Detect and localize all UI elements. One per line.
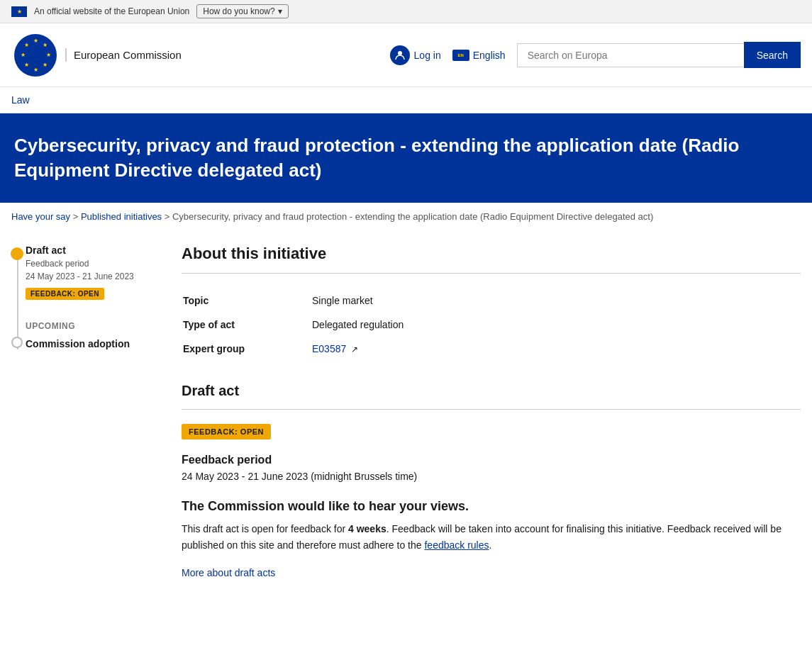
article: About this initiative Topic Single marke… <box>182 245 801 578</box>
divider-about <box>182 273 801 274</box>
breadcrumb-published-initiatives[interactable]: Published initiatives <box>81 211 162 222</box>
search-area: Search <box>517 42 801 68</box>
external-link-icon: ↗︎ <box>351 344 358 354</box>
more-about-draft-acts-link[interactable]: More about draft acts <box>182 567 275 578</box>
feedback-rules-link[interactable]: feedback rules <box>424 539 489 551</box>
draft-act-title: Draft act <box>26 245 167 256</box>
language-selector-button[interactable]: EN English <box>452 50 506 61</box>
timeline-item-upcoming: UPCOMING Commission adoption <box>26 321 167 349</box>
top-banner: An official website of the European Unio… <box>0 0 812 23</box>
search-button[interactable]: Search <box>744 42 801 68</box>
commission-adoption-title: Commission adoption <box>26 337 167 349</box>
timeline-dot-active <box>11 247 23 260</box>
official-text: An official website of the European Unio… <box>34 6 189 16</box>
nav-law-link: Law <box>0 87 812 113</box>
breadcrumb-current: Cybersecurity, privacy and fraud protect… <box>172 211 653 222</box>
weeks-bold: 4 weeks <box>348 523 386 534</box>
info-row-type: Type of act Delegated regulation <box>183 313 799 336</box>
how-do-you-know-button[interactable]: How do you know? ▾ <box>196 4 288 18</box>
main-content: Draft act Feedback period 24 May 2023 - … <box>0 230 812 607</box>
expert-group-cell: E03587 ↗︎ <box>312 337 799 360</box>
logo-area: ★ ★ ★ ★ ★ ★ ★ ★ European Commission <box>11 31 182 79</box>
feedback-period-section-title: Feedback period <box>182 454 801 466</box>
header: ★ ★ ★ ★ ★ ★ ★ ★ European Commission Log … <box>0 23 812 87</box>
commission-text: European Commission <box>65 48 182 62</box>
topic-label: Topic <box>183 289 311 312</box>
svg-text:★: ★ <box>46 52 51 58</box>
feedback-badge-main: FEEDBACK: OPEN <box>182 424 271 439</box>
hero-section: Cybersecurity, privacy and fraud protect… <box>0 113 812 203</box>
timeline: Draft act Feedback period 24 May 2023 - … <box>11 245 167 349</box>
draft-act-section-title: Draft act <box>182 383 801 399</box>
breadcrumb-have-your-say[interactable]: Have your say <box>11 211 70 222</box>
svg-text:★: ★ <box>24 62 29 68</box>
topic-value: Single market <box>312 289 799 312</box>
law-link[interactable]: Law <box>11 94 30 106</box>
hero-title: Cybersecurity, privacy and fraud protect… <box>14 133 798 183</box>
type-label: Type of act <box>183 313 311 336</box>
sidebar: Draft act Feedback period 24 May 2023 - … <box>11 245 182 578</box>
info-row-topic: Topic Single market <box>183 289 799 312</box>
expert-group-label: Expert group <box>183 337 311 360</box>
info-table: Topic Single market Type of act Delegate… <box>182 288 801 362</box>
user-icon <box>390 45 410 65</box>
feedback-period-label: Feedback period <box>26 259 167 269</box>
en-flag-icon: EN <box>452 50 469 61</box>
svg-point-9 <box>398 51 402 55</box>
upcoming-label: UPCOMING <box>26 321 167 331</box>
timeline-dot-upcoming <box>11 337 23 348</box>
views-description: This draft act is open for feedback for … <box>182 521 801 553</box>
feedback-badge-sidebar: FEEDBACK: OPEN <box>26 288 104 300</box>
timeline-item-draft-act: Draft act Feedback period 24 May 2023 - … <box>26 245 167 300</box>
svg-text:★: ★ <box>21 52 26 58</box>
svg-text:★: ★ <box>33 67 38 73</box>
page-breadcrumb: Have your say > Published initiatives > … <box>0 203 812 230</box>
divider-draft <box>182 409 801 410</box>
svg-text:★: ★ <box>43 42 48 48</box>
type-value: Delegated regulation <box>312 313 799 336</box>
expert-group-link[interactable]: E03587 <box>312 343 346 354</box>
info-row-expert-group: Expert group E03587 ↗︎ <box>183 337 799 360</box>
feedback-period-section-date: 24 May 2023 - 21 June 2023 (midnight Bru… <box>182 471 801 482</box>
eu-flag-icon <box>11 6 27 17</box>
svg-text:★: ★ <box>33 38 38 44</box>
search-input[interactable] <box>517 43 744 67</box>
header-right: Log in EN English Search <box>390 42 801 68</box>
login-button[interactable]: Log in <box>390 45 441 65</box>
feedback-period-date: 24 May 2023 - 21 June 2023 <box>26 271 167 281</box>
ec-logo-icon: ★ ★ ★ ★ ★ ★ ★ ★ <box>11 31 60 79</box>
svg-text:★: ★ <box>43 62 48 68</box>
about-title: About this initiative <box>182 245 801 263</box>
views-title: The Commission would like to hear your v… <box>182 499 801 514</box>
svg-text:★: ★ <box>24 42 29 48</box>
